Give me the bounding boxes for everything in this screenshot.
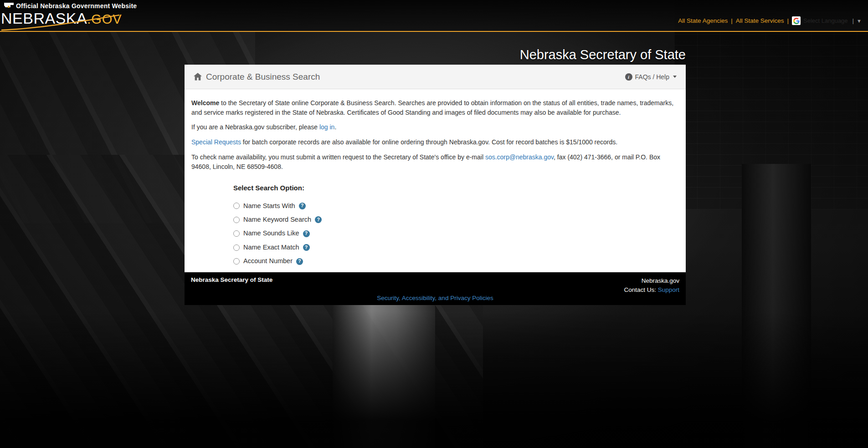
page-title: Nebraska Secretary of State — [520, 47, 686, 62]
question-help-icon[interactable]: ? — [296, 258, 303, 265]
option-label: Name Exact Match — [243, 243, 299, 252]
google-g-icon — [792, 16, 801, 25]
availability-text: To check name availability, you must sub… — [191, 153, 485, 161]
nav-separator: | — [731, 17, 733, 24]
welcome-bold: Welcome — [191, 99, 219, 107]
top-bar: Official Nebraska Government Website NEB… — [0, 0, 868, 32]
card-title: Corporate & Business Search — [206, 72, 320, 82]
name-exact-match-radio[interactable] — [233, 244, 240, 251]
option-label: Name Starts With — [243, 201, 295, 211]
footer-contact-row: Contact Us: Support — [624, 285, 679, 295]
language-separator: | — [853, 17, 854, 24]
radio-option-name-sounds-like[interactable]: Name Sounds Like ? — [233, 229, 639, 238]
option-label: Name Keyword Search — [243, 215, 311, 224]
question-help-icon[interactable]: ? — [303, 230, 310, 237]
welcome-text: to the Secretary of State online Corpora… — [191, 99, 673, 116]
logo-text-gov: .GOV — [87, 12, 122, 26]
official-website-label: Official Nebraska Government Website — [16, 2, 137, 10]
security-privacy-policies-link[interactable]: Security, Accessibility, and Privacy Pol… — [377, 295, 493, 301]
option-label: Name Sounds Like — [243, 229, 299, 238]
logo-text-nebraska: NEBRASKA — [1, 10, 87, 27]
all-state-agencies-link[interactable]: All State Agencies — [678, 17, 728, 24]
search-options-section: Select Search Option: Name Starts With ?… — [233, 183, 639, 280]
name-keyword-search-radio[interactable] — [233, 217, 240, 223]
background-bottom-fade — [0, 311, 868, 448]
home-icon — [194, 73, 202, 81]
select-language-label: Select Language — [803, 17, 848, 24]
contact-us-label: Contact Us: — [624, 286, 657, 293]
radio-option-name-exact-match[interactable]: Name Exact Match ? — [233, 243, 639, 252]
name-sounds-like-radio[interactable] — [233, 230, 240, 237]
card-body: Welcome to the Secretary of State online… — [185, 89, 686, 281]
radio-option-name-starts-with[interactable]: Name Starts With ? — [233, 201, 639, 211]
card-header: Corporate & Business Search i FAQs / Hel… — [185, 65, 686, 89]
chevron-down-icon — [673, 76, 677, 78]
page-footer: Nebraska Secretary of State Nebraska.gov… — [185, 272, 686, 305]
welcome-paragraph: Welcome to the Secretary of State online… — [191, 98, 679, 117]
info-icon: i — [625, 73, 632, 81]
footer-right-block: Nebraska.gov Contact Us: Support — [624, 276, 679, 295]
faqs-help-label: FAQs / Help — [635, 73, 669, 81]
question-help-icon[interactable]: ? — [299, 203, 306, 209]
subscriber-period: . — [334, 123, 336, 131]
nebraska-gov-logo[interactable]: NEBRASKA.GOV — [1, 10, 119, 31]
subscriber-paragraph: If you are a Nebraska.gov subscriber, pl… — [191, 122, 679, 132]
subscriber-text: If you are a Nebraska.gov subscriber, pl… — [191, 123, 319, 131]
sos-email-link[interactable]: sos.corp@nebraska.gov — [485, 153, 554, 161]
footer-nebraska-gov: Nebraska.gov — [624, 276, 679, 285]
official-banner: Official Nebraska Government Website — [4, 1, 137, 10]
top-nav: All State Agencies | All State Services … — [678, 16, 862, 25]
log-in-link[interactable]: log in — [319, 123, 334, 131]
footer-center-block: Security, Accessibility, and Privacy Pol… — [185, 295, 686, 301]
language-dropdown-caret-icon[interactable]: ▼ — [857, 18, 862, 24]
faqs-help-menu[interactable]: i FAQs / Help — [625, 73, 677, 81]
search-options-heading: Select Search Option: — [233, 183, 639, 193]
radio-option-name-keyword-search[interactable]: Name Keyword Search ? — [233, 215, 639, 224]
nav-separator: | — [787, 17, 789, 24]
corporate-search-card: Corporate & Business Search i FAQs / Hel… — [185, 65, 686, 272]
account-number-radio[interactable] — [233, 258, 240, 265]
special-requests-text: for batch corporate records are also ava… — [241, 138, 617, 146]
option-label: Account Number — [243, 256, 293, 266]
question-help-icon[interactable]: ? — [315, 216, 322, 223]
name-starts-with-radio[interactable] — [233, 203, 240, 209]
special-requests-link[interactable]: Special Requests — [191, 138, 241, 146]
google-translate-widget[interactable]: Select Language | ▼ — [792, 16, 862, 25]
radio-option-account-number[interactable]: Account Number ? — [233, 256, 639, 266]
question-help-icon[interactable]: ? — [303, 244, 310, 251]
nebraska-state-flag-icon — [4, 1, 14, 10]
footer-agency-name: Nebraska Secretary of State — [191, 276, 272, 283]
all-state-services-link[interactable]: All State Services — [736, 17, 784, 24]
support-link[interactable]: Support — [658, 286, 679, 293]
name-availability-paragraph: To check name availability, you must sub… — [191, 153, 679, 171]
special-requests-paragraph: Special Requests for batch corporate rec… — [191, 137, 679, 147]
